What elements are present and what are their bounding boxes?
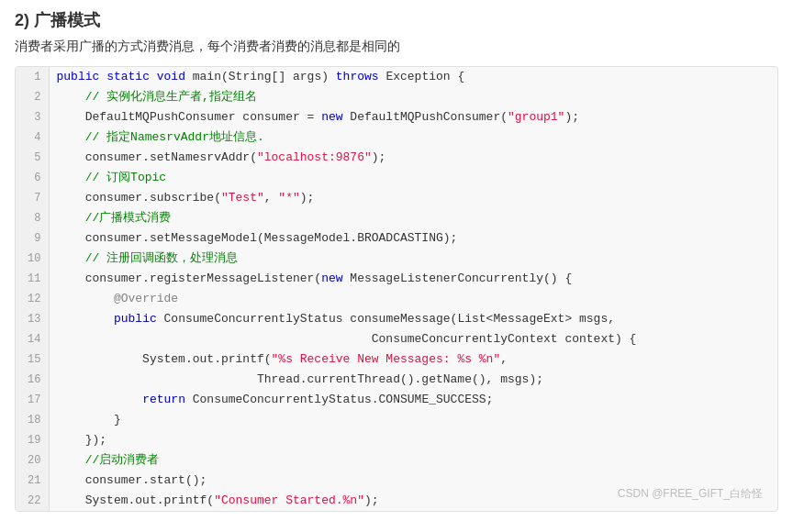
page-container: 2) 广播模式 消费者采用广播的方式消费消息，每个消费者消费的消息都是相同的 1… — [0, 0, 793, 512]
line-number: 20 — [16, 450, 49, 471]
watermark: CSDN @FREE_GIFT_白给怪 — [618, 483, 763, 504]
line-number: 22 — [16, 491, 49, 511]
line-number: 3 — [16, 107, 49, 127]
line-code: //广播模式消费 — [49, 208, 777, 228]
table-row: 17 return ConsumeConcurrentlyStatus.CONS… — [16, 390, 777, 410]
line-number: 21 — [16, 471, 49, 491]
section-title: 2) 广播模式 — [15, 9, 778, 31]
line-number: 13 — [16, 309, 49, 329]
line-number: 18 — [16, 410, 49, 430]
line-number: 2 — [16, 87, 49, 107]
line-code: @Override — [49, 289, 777, 309]
line-number: 14 — [16, 329, 49, 349]
line-number: 6 — [16, 168, 49, 188]
line-number: 12 — [16, 289, 49, 309]
line-code: System.out.printf("%s Receive New Messag… — [49, 349, 777, 370]
line-code: public static void main(String[] args) t… — [49, 67, 777, 87]
line-number: 11 — [16, 269, 49, 289]
table-row: 9 consumer.setMessageModel(MessageModel.… — [16, 228, 777, 249]
line-number: 1 — [16, 67, 49, 87]
line-number: 19 — [16, 430, 49, 450]
line-code: DefaultMQPushConsumer consumer = new Def… — [49, 107, 777, 127]
line-number: 8 — [16, 208, 49, 228]
line-number: 4 — [16, 127, 49, 148]
table-row: 12 @Override — [16, 289, 777, 309]
line-number: 5 — [16, 148, 49, 168]
line-code: // 指定NamesrvAddr地址信息. — [49, 127, 777, 148]
line-code: consumer.setMessageModel(MessageModel.BR… — [49, 228, 777, 249]
line-number: 17 — [16, 390, 49, 410]
table-row: 2 // 实例化消息生产者,指定组名 — [16, 87, 777, 107]
table-row: 1 public static void main(String[] args)… — [16, 67, 777, 87]
table-row: 11 consumer.registerMessageListener(new … — [16, 269, 777, 289]
line-code: consumer.setNamesrvAddr("localhost:9876"… — [49, 148, 777, 168]
line-code: ConsumeConcurrentlyContext context) { — [49, 329, 777, 349]
table-row: 10 // 注册回调函数，处理消息 — [16, 249, 777, 269]
table-row: 6 // 订阅Topic — [16, 168, 777, 188]
line-number: 7 — [16, 188, 49, 208]
table-row: 20 //启动消费者 — [16, 450, 777, 471]
code-table: 1 public static void main(String[] args)… — [16, 67, 777, 511]
table-row: 19 }); — [16, 430, 777, 450]
table-row: 4 // 指定NamesrvAddr地址信息. — [16, 127, 777, 148]
line-code: // 订阅Topic — [49, 168, 777, 188]
code-block: 1 public static void main(String[] args)… — [15, 66, 778, 512]
table-row: 3 DefaultMQPushConsumer consumer = new D… — [16, 107, 777, 127]
line-code: }); — [49, 430, 777, 450]
line-code: return ConsumeConcurrentlyStatus.CONSUME… — [49, 390, 777, 410]
table-row: 8 //广播模式消费 — [16, 208, 777, 228]
table-row: 14 ConsumeConcurrentlyContext context) { — [16, 329, 777, 349]
table-row: 15 System.out.printf("%s Receive New Mes… — [16, 349, 777, 370]
line-code: consumer.registerMessageListener(new Mes… — [49, 269, 777, 289]
line-code: Thread.currentThread().getName(), msgs); — [49, 370, 777, 390]
line-number: 16 — [16, 370, 49, 390]
section-desc: 消费者采用广播的方式消费消息，每个消费者消费的消息都是相同的 — [15, 39, 778, 55]
line-code: public ConsumeConcurrentlyStatus consume… — [49, 309, 777, 329]
table-row: 18 } — [16, 410, 777, 430]
line-code: consumer.subscribe("Test", "*"); — [49, 188, 777, 208]
line-code: //启动消费者 — [49, 450, 777, 471]
table-row: 5 consumer.setNamesrvAddr("localhost:987… — [16, 148, 777, 168]
line-code: // 注册回调函数，处理消息 — [49, 249, 777, 269]
line-number: 15 — [16, 349, 49, 370]
line-code: } — [49, 410, 777, 430]
table-row: 16 Thread.currentThread().getName(), msg… — [16, 370, 777, 390]
line-number: 10 — [16, 249, 49, 269]
line-code: // 实例化消息生产者,指定组名 — [49, 87, 777, 107]
table-row: 7 consumer.subscribe("Test", "*"); — [16, 188, 777, 208]
line-number: 9 — [16, 228, 49, 249]
table-row: 13 public ConsumeConcurrentlyStatus cons… — [16, 309, 777, 329]
